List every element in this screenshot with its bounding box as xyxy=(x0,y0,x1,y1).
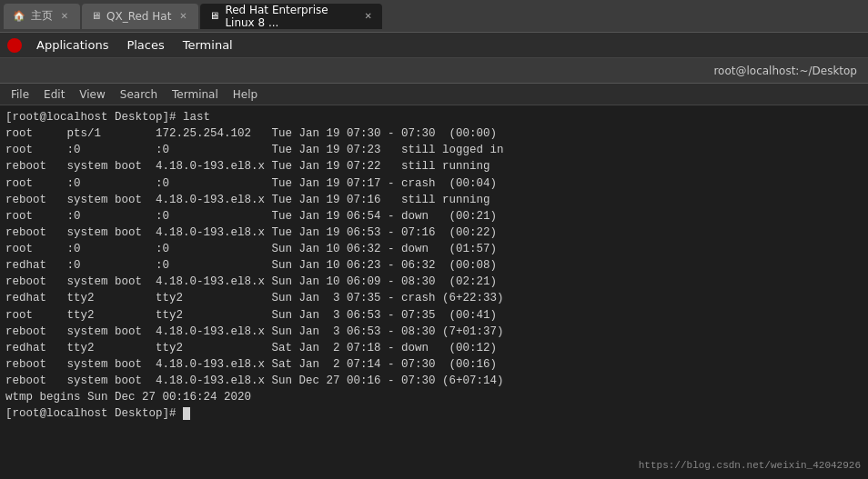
terminal-line: reboot system boot 4.18.0-193.el8.x Sun … xyxy=(5,373,863,389)
tab-rhel[interactable]: 🖥 Red Hat Enterprise Linux 8 ... ✕ xyxy=(200,4,382,29)
menu-help[interactable]: Help xyxy=(226,86,265,103)
browser-tabbar: 🏠 主页 ✕ 🖥 QX_Red Hat ✕ 🖥 Red Hat Enterpri… xyxy=(0,0,868,33)
tab-qx-label: QX_Red Hat xyxy=(106,10,171,23)
terminal-line: reboot system boot 4.18.0-193.el8.x Sun … xyxy=(5,274,863,290)
terminal-line: reboot system boot 4.18.0-193.el8.x Tue … xyxy=(5,158,863,175)
terminal-line: [root@localhost Desktop]# xyxy=(5,405,863,422)
tab-home-close[interactable]: ✕ xyxy=(58,10,71,23)
terminal-line: redhat tty2 tty2 Sun Jan 3 07:35 - crash… xyxy=(5,290,863,306)
redhat-icon xyxy=(7,38,22,53)
menu-edit[interactable]: Edit xyxy=(36,86,72,103)
gnome-applications[interactable]: Applications xyxy=(33,36,112,54)
gnome-menu: Applications Places Terminal xyxy=(7,36,237,54)
menu-terminal[interactable]: Terminal xyxy=(165,86,226,103)
gnome-terminal[interactable]: Terminal xyxy=(179,36,237,54)
tab-qx[interactable]: 🖥 QX_Red Hat ✕ xyxy=(82,4,198,29)
menu-view[interactable]: View xyxy=(72,86,112,103)
terminal-menubar: File Edit View Search Terminal Help xyxy=(0,84,868,105)
terminal-cursor xyxy=(183,407,190,420)
terminal-line: reboot system boot 4.18.0-193.el8.x Tue … xyxy=(5,225,863,241)
terminal-line: reboot system boot 4.18.0-193.el8.x Sat … xyxy=(5,356,863,373)
gnome-places[interactable]: Places xyxy=(123,36,167,54)
terminal-title: root@localhost:~/Desktop xyxy=(713,65,857,77)
tab-rhel-label: Red Hat Enterprise Linux 8 ... xyxy=(225,4,357,29)
terminal-line: reboot system boot 4.18.0-193.el8.x Tue … xyxy=(5,192,863,208)
menu-file[interactable]: File xyxy=(4,86,36,103)
rhel-icon: 🖥 xyxy=(209,10,219,22)
home-icon: 🏠 xyxy=(13,10,25,22)
tab-qx-close[interactable]: ✕ xyxy=(177,10,189,23)
terminal-window: root@localhost:~/Desktop File Edit View … xyxy=(0,58,868,479)
terminal-line: root tty2 tty2 Sun Jan 3 06:53 - 07:35 (… xyxy=(5,307,863,324)
terminal-line: root :0 :0 Tue Jan 19 06:54 - down (00:2… xyxy=(5,208,863,225)
terminal-line: root pts/1 172.25.254.102 Tue Jan 19 07:… xyxy=(5,125,863,142)
tab-home[interactable]: 🏠 主页 ✕ xyxy=(4,4,80,29)
terminal-line: redhat tty2 tty2 Sat Jan 2 07:18 - down … xyxy=(5,340,863,356)
terminal-line: root :0 :0 Tue Jan 19 07:17 - crash (00:… xyxy=(5,175,863,192)
tab-home-label: 主页 xyxy=(31,8,53,24)
menu-search[interactable]: Search xyxy=(113,86,165,103)
terminal-line: root :0 :0 Tue Jan 19 07:23 still logged… xyxy=(5,142,863,158)
terminal-line: root :0 :0 Sun Jan 10 06:32 - down (01:5… xyxy=(5,241,863,257)
terminal-titlebar: root@localhost:~/Desktop xyxy=(0,58,868,84)
terminal-line: redhat :0 :0 Sun Jan 10 06:23 - 06:32 (0… xyxy=(5,257,863,274)
terminal-content[interactable]: [root@localhost Desktop]# lastroot pts/1… xyxy=(0,105,868,479)
terminal-line: wtmp begins Sun Dec 27 00:16:24 2020 xyxy=(5,389,863,405)
gnome-topbar: Applications Places Terminal xyxy=(0,33,868,58)
watermark: https://blog.csdn.net/weixin_42042926 xyxy=(639,459,861,474)
tab-rhel-close[interactable]: ✕ xyxy=(363,10,374,23)
qx-icon: 🖥 xyxy=(91,10,101,22)
terminal-line: [root@localhost Desktop]# last xyxy=(5,109,863,125)
terminal-output: [root@localhost Desktop]# lastroot pts/1… xyxy=(5,109,863,422)
terminal-line: reboot system boot 4.18.0-193.el8.x Sun … xyxy=(5,324,863,340)
